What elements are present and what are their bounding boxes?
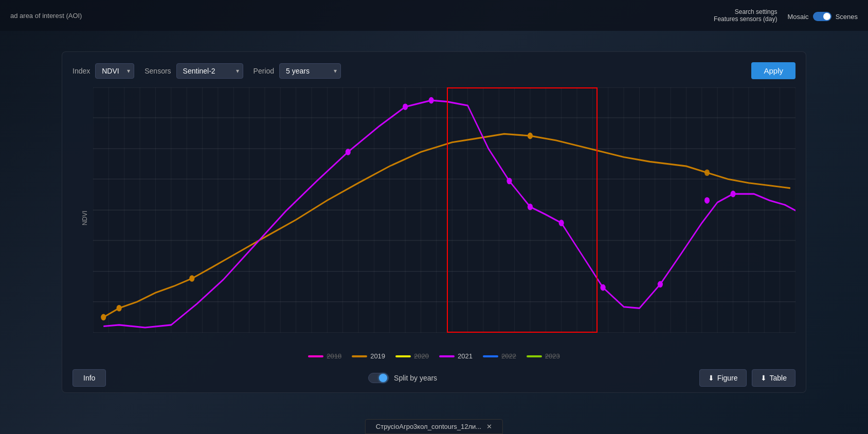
search-settings-label: Search settings xyxy=(735,8,777,15)
footer-filename: СтрусіоАгро3кол_contours_12ли... xyxy=(376,423,481,430)
scenes-label: Scenes xyxy=(836,13,858,21)
legend-year-2019: 2019 xyxy=(370,352,385,360)
legend-year-2023: 2023 xyxy=(545,352,560,360)
legend-2019: 2019 xyxy=(352,352,385,360)
search-settings: Search settings Features sensors (day) xyxy=(714,8,777,23)
point-2021-aug20 xyxy=(559,220,564,226)
legend-row: 2018 2019 2020 2021 2022 2023 xyxy=(73,352,795,360)
legend-color-2021 xyxy=(439,355,455,357)
legend-year-2018: 2018 xyxy=(327,352,341,360)
chart-area: NDVI xyxy=(73,87,795,348)
close-footer-icon[interactable]: ✕ xyxy=(486,423,492,430)
point-2021-oct22 xyxy=(731,191,736,197)
point-2021-may28 xyxy=(403,103,408,110)
sensors-dropdown[interactable]: Sentinel-2 xyxy=(176,63,243,79)
legend-color-2018 xyxy=(308,355,323,357)
point-2021-jul23 xyxy=(507,178,512,185)
point-2019-aug6 xyxy=(528,133,533,139)
index-dropdown[interactable]: NDVI xyxy=(95,63,134,79)
point-2021-sep3 xyxy=(601,284,606,291)
point-2021-oct15 xyxy=(704,197,710,204)
figure-label: Figure xyxy=(717,374,738,382)
main-card: Index NDVI Sensors Sentinel-2 Period 5 y… xyxy=(62,51,806,393)
table-button[interactable]: ⬇ Table xyxy=(752,369,795,387)
table-label: Table xyxy=(770,374,787,382)
point-2019-feb20 xyxy=(189,275,194,282)
legend-color-2020 xyxy=(395,355,411,357)
point-2019-jan16 xyxy=(117,305,122,312)
point-2021-apr30 xyxy=(346,149,351,155)
top-bar-right: Search settings Features sensors (day) M… xyxy=(714,8,858,23)
mosaic-scenes-toggle: Mosaic Scenes xyxy=(787,12,858,21)
features-sensors-label: Features sensors (day) xyxy=(714,15,777,23)
period-group: Period 5 years 1 year 2 years 3 years xyxy=(254,63,341,79)
sensors-dropdown-wrapper: Sentinel-2 xyxy=(176,63,243,79)
legend-color-2019 xyxy=(352,355,367,357)
action-buttons: ⬇ Figure ⬇ Table xyxy=(699,369,795,387)
point-2021-oct1 xyxy=(658,281,663,288)
download-table-icon: ⬇ xyxy=(761,374,767,382)
top-bar: ad area of interest (AOI) Search setting… xyxy=(0,0,868,31)
apply-button[interactable]: Apply xyxy=(751,62,795,79)
legend-year-2022: 2022 xyxy=(501,352,516,360)
info-button[interactable]: Info xyxy=(73,369,106,387)
aoi-text: ad area of interest (AOI) xyxy=(10,12,82,20)
mosaic-label: Mosaic xyxy=(787,13,808,21)
mosaic-scenes-switch[interactable] xyxy=(813,12,831,21)
index-dropdown-wrapper: NDVI xyxy=(95,63,134,79)
top-bar-left: ad area of interest (AOI) xyxy=(10,12,82,20)
legend-2022: 2022 xyxy=(483,352,516,360)
point-2021-aug6 xyxy=(528,204,533,210)
split-by-years-toggle[interactable]: Split by years xyxy=(368,373,437,383)
legend-2018: 2018 xyxy=(308,352,341,360)
bottom-bar: Info Split by years ⬇ Figure ⬇ Table xyxy=(73,365,795,387)
index-group: Index NDVI xyxy=(73,63,134,79)
split-toggle-knob xyxy=(379,374,387,382)
legend-year-2021: 2021 xyxy=(458,352,473,360)
legend-2020: 2020 xyxy=(395,352,429,360)
legend-year-2020: 2020 xyxy=(414,352,429,360)
figure-button[interactable]: ⬇ Figure xyxy=(699,369,747,387)
download-figure-icon: ⬇ xyxy=(708,374,714,382)
y-axis-label: NDVI xyxy=(81,210,88,225)
point-2019-jan9 xyxy=(101,314,106,321)
legend-color-2022 xyxy=(483,355,498,357)
legend-2021: 2021 xyxy=(439,352,473,360)
period-dropdown[interactable]: 5 years 1 year 2 years 3 years xyxy=(279,63,341,79)
point-2021-jun11 xyxy=(429,97,434,104)
controls-row: Index NDVI Sensors Sentinel-2 Period 5 y… xyxy=(73,62,795,79)
legend-color-2023 xyxy=(527,355,542,357)
sensors-group: Sensors Sentinel-2 xyxy=(144,63,243,79)
index-label: Index xyxy=(73,67,90,75)
sensors-label: Sensors xyxy=(144,67,171,75)
split-toggle-switch[interactable] xyxy=(368,373,389,383)
point-2019-oct15 xyxy=(704,169,710,176)
chart-svg: 0.8 0.7 0.6 0.5 0.4 0.3 0.2 0.1 0 xyxy=(93,87,795,333)
period-label: Period xyxy=(254,67,274,75)
legend-2023: 2023 xyxy=(527,352,560,360)
split-by-years-label: Split by years xyxy=(394,374,437,382)
footer-filename-bar: СтрусіоАгро3кол_contours_12ли... ✕ xyxy=(365,419,503,434)
period-dropdown-wrapper: 5 years 1 year 2 years 3 years xyxy=(279,63,341,79)
